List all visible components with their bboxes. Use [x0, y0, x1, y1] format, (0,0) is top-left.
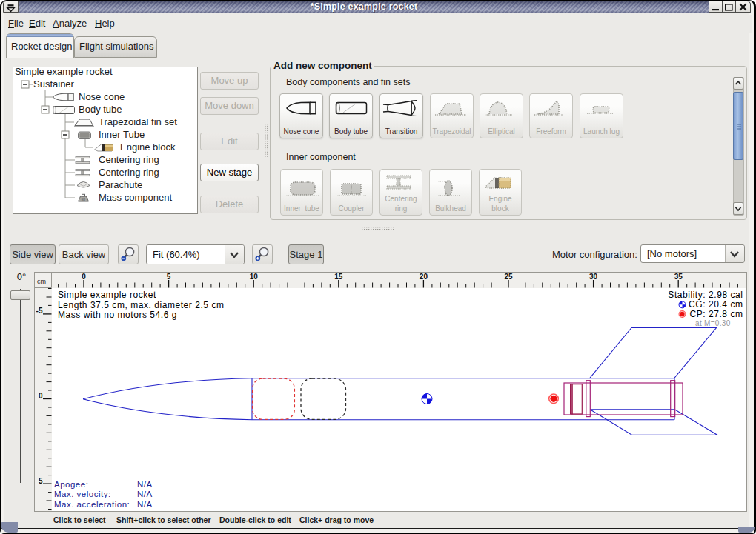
svg-text:0: 0	[82, 273, 86, 281]
svg-text:CG: 20.4 cm: CG: 20.4 cm	[689, 299, 743, 310]
svg-text:N/A: N/A	[137, 480, 153, 489]
svg-text:Max. velocity:: Max. velocity:	[54, 490, 111, 498]
svg-text:Apogee:: Apogee:	[54, 480, 88, 489]
svg-text:Max. acceleration:: Max. acceleration:	[54, 500, 130, 509]
svg-text:5: 5	[167, 273, 171, 281]
svg-text:5: 5	[39, 477, 43, 485]
svg-text:kg: kg	[82, 198, 85, 201]
svg-text:N/A: N/A	[137, 490, 153, 498]
svg-text:20: 20	[420, 273, 428, 281]
svg-text:0: 0	[39, 392, 43, 400]
svg-text:15: 15	[334, 273, 343, 281]
svg-text:Mass with no motors 54.6 g: Mass with no motors 54.6 g	[58, 310, 177, 320]
svg-text:CP: 27.8 cm: CP: 27.8 cm	[689, 309, 743, 319]
svg-text:25: 25	[504, 273, 513, 281]
svg-text:35: 35	[674, 273, 683, 281]
svg-text:Simple example rocket: Simple example rocket	[58, 290, 156, 300]
svg-text:-5: -5	[36, 307, 43, 315]
svg-text:cm: cm	[37, 278, 46, 285]
svg-text:Stability: 2.98 cal: Stability: 2.98 cal	[668, 290, 743, 300]
svg-text:10: 10	[250, 273, 259, 281]
svg-text:at M=0.30: at M=0.30	[695, 319, 731, 327]
svg-text:N/A: N/A	[137, 500, 153, 509]
svg-text:Length 37.5 cm, max. diameter: Length 37.5 cm, max. diameter 2.5 cm	[58, 300, 225, 310]
svg-text:30: 30	[589, 273, 598, 281]
